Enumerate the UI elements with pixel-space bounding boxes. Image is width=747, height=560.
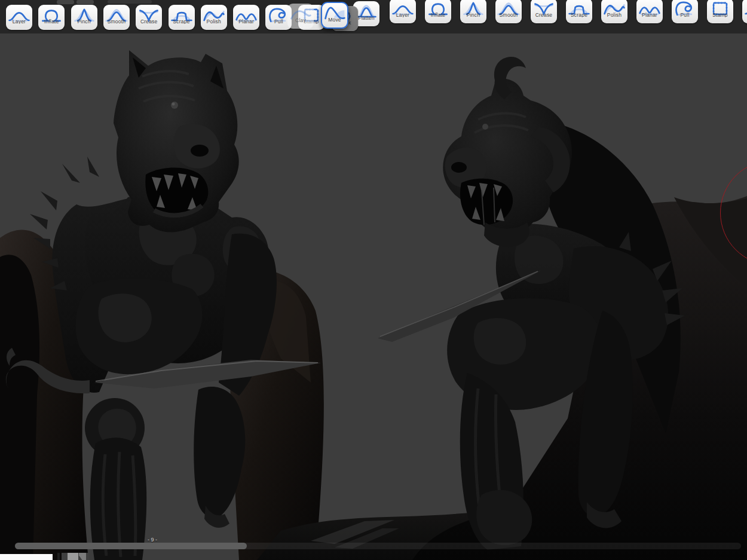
tool-button-smooth-2[interactable]: Smooth <box>495 0 522 23</box>
tool-button-scrape[interactable]: Scrape <box>169 5 195 30</box>
tool-button-planar[interactable]: Planar <box>233 5 259 30</box>
tool-label: Planar <box>233 19 259 24</box>
tool-label: Crease <box>136 19 162 24</box>
tool-button-inflate-2[interactable]: Inflate <box>425 0 451 23</box>
top-strip-artifact <box>108 0 152 4</box>
tool-label: Crease <box>531 13 557 17</box>
tool-label: Scrape <box>566 13 592 17</box>
tool-button-smooth[interactable]: Smooth <box>103 5 130 30</box>
tool-button-stamp-2[interactable]: Stamp <box>707 0 733 23</box>
app-window: LayerInflatePinchSmoothCreaseScrapePolis… <box>0 0 747 560</box>
tool-button-pinch-2[interactable]: Pinch <box>460 0 486 23</box>
bottom-panel-divider <box>57 553 60 560</box>
partial-clipped-icon <box>743 0 747 16</box>
tool-label: Inflate <box>38 19 65 24</box>
tool-button-scrape-2[interactable]: Scrape <box>566 0 592 23</box>
tool-label: Planar <box>636 13 663 17</box>
tool-label: Layer <box>6 19 32 24</box>
tool-label: Smooth <box>495 13 522 17</box>
tool-label: Pinch <box>71 19 97 24</box>
tool-label: Stamp <box>707 13 733 17</box>
tool-label: Pull <box>672 13 698 17</box>
tool-button-clay-ghost: Clay <box>287 4 314 29</box>
bottom-button-clipped[interactable] <box>62 553 89 560</box>
tool-label: Scrape <box>169 19 195 24</box>
camera-icon <box>68 553 78 560</box>
tool-label: Pinch <box>460 13 486 17</box>
tool-button-pinch[interactable]: Pinch <box>71 5 97 30</box>
sculpture-scene <box>0 0 747 560</box>
tool-button-planar-2[interactable]: Planar <box>636 0 663 23</box>
tool-button-layer-2[interactable]: Layer <box>390 0 416 23</box>
tool-button-crease[interactable]: Crease <box>136 5 162 30</box>
brush-slider-value: - 9 - <box>134 537 170 543</box>
tool-label: Move <box>322 17 347 22</box>
tool-label: Inflate <box>425 13 451 17</box>
top-strip-artifact <box>76 0 94 4</box>
tool-button-crease-2[interactable]: Crease <box>531 0 557 23</box>
tool-button-clipped-2[interactable] <box>742 0 747 23</box>
tool-label: Polish <box>201 19 227 24</box>
tool-label: Smooth <box>103 19 130 24</box>
clay-curve-icon <box>289 4 313 22</box>
tool-button-move-dragging[interactable]: Move <box>321 2 348 29</box>
camera-lens-icon <box>79 553 86 560</box>
brush-slider-fill <box>15 543 247 549</box>
tool-button-layer[interactable]: Layer <box>6 5 32 30</box>
brush-slider[interactable] <box>15 543 741 549</box>
tool-label: Polish <box>601 13 627 17</box>
tool-button-polish[interactable]: Polish <box>201 5 227 30</box>
sculpt-viewport[interactable] <box>0 0 747 560</box>
tool-button-pull-2[interactable]: Pull <box>672 0 698 23</box>
tool-button-polish-2[interactable]: Polish <box>601 0 627 23</box>
tool-button-inflate[interactable]: Inflate <box>38 5 65 30</box>
top-strip-artifact <box>57 0 74 4</box>
bottom-panel-clipped[interactable] <box>0 554 53 560</box>
tool-label: Layer <box>390 13 416 17</box>
